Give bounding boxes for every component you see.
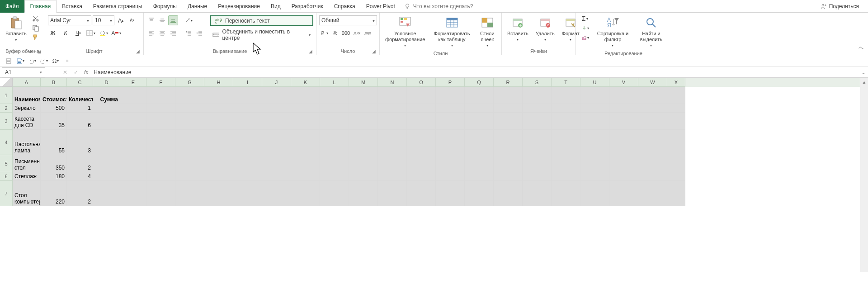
cell[interactable]: 4 (67, 172, 93, 181)
cell[interactable] (291, 104, 320, 113)
cell[interactable] (262, 181, 291, 206)
cell[interactable] (291, 172, 320, 181)
select-all-button[interactable] (0, 78, 13, 87)
cell[interactable]: 55 (41, 130, 67, 155)
cell[interactable] (667, 104, 685, 113)
cell[interactable] (667, 181, 685, 206)
cell[interactable] (436, 130, 465, 155)
decrease-decimal-button[interactable]: ,00,0 (363, 28, 373, 38)
cell[interactable] (494, 181, 523, 206)
row-header[interactable]: 2 (0, 104, 13, 113)
cell[interactable]: Наименование (13, 87, 41, 104)
cell[interactable] (378, 172, 407, 181)
cell[interactable] (465, 130, 494, 155)
cell[interactable] (378, 181, 407, 206)
increase-font-button[interactable]: A▴ (116, 15, 126, 25)
cell[interactable] (120, 130, 146, 155)
cell[interactable] (204, 87, 233, 104)
cell[interactable] (120, 113, 146, 130)
tab-главная[interactable]: Главная (24, 0, 57, 13)
cell[interactable] (146, 130, 175, 155)
cell[interactable] (436, 172, 465, 181)
formula-input[interactable]: Наименование (91, 69, 859, 76)
cell[interactable] (523, 181, 552, 206)
comma-button[interactable]: 000 (341, 28, 351, 38)
cells-area[interactable]: НаименованиеСтоимостьКоличествоСуммаЗерк… (13, 87, 860, 206)
tab-разметка страницы[interactable]: Разметка страницы (88, 0, 148, 13)
cell[interactable] (120, 172, 146, 181)
tab-разработчик[interactable]: Разработчик (286, 0, 329, 13)
cell[interactable] (349, 130, 378, 155)
cell[interactable] (175, 130, 204, 155)
cell[interactable] (175, 104, 204, 113)
cell[interactable] (580, 113, 609, 130)
column-header[interactable]: G (175, 78, 204, 87)
cell[interactable] (465, 172, 494, 181)
cell[interactable] (320, 113, 349, 130)
qat-button-1[interactable] (5, 57, 13, 65)
format-as-table-button[interactable]: Форматировать как таблицу▾ (429, 14, 474, 50)
cell[interactable] (465, 155, 494, 172)
column-header[interactable]: P (436, 78, 465, 87)
conditional-formatting-button[interactable]: Условное форматирование▾ (382, 14, 428, 50)
column-header[interactable]: V (609, 78, 638, 87)
cell[interactable] (204, 181, 233, 206)
cell[interactable] (233, 155, 262, 172)
column-header[interactable]: K (291, 78, 320, 87)
sort-filter-button[interactable]: АЯ Сортировка и фильтр▾ (593, 14, 632, 50)
merge-center-button[interactable]: Объединить и поместить в центре ▾ (210, 30, 313, 40)
align-middle-button[interactable] (157, 15, 167, 25)
delete-cells-button[interactable]: Удалить▾ (533, 14, 557, 44)
cell[interactable] (436, 113, 465, 130)
align-center-button[interactable] (157, 28, 167, 38)
cell[interactable] (609, 104, 638, 113)
save-button[interactable]: ▾ (16, 57, 24, 65)
underline-button[interactable]: Ч ▾ (73, 28, 83, 38)
align-top-button[interactable] (146, 15, 156, 25)
cell[interactable] (436, 104, 465, 113)
cell[interactable] (93, 155, 120, 172)
cell[interactable] (436, 87, 465, 104)
align-right-button[interactable] (168, 28, 178, 38)
column-header[interactable]: X (667, 78, 685, 87)
enter-button[interactable]: ✓ (71, 69, 81, 76)
cell[interactable] (93, 130, 120, 155)
cell[interactable] (291, 130, 320, 155)
cell[interactable] (349, 113, 378, 130)
row-header[interactable]: 4 (0, 130, 13, 155)
tab-power pivot[interactable]: Power Pivot (361, 0, 401, 13)
bold-button[interactable]: Ж (48, 28, 58, 38)
cell[interactable]: Письменный стол (13, 155, 41, 172)
column-header[interactable]: T (552, 78, 580, 87)
cell[interactable] (436, 181, 465, 206)
cell[interactable] (638, 155, 667, 172)
cell[interactable] (349, 155, 378, 172)
cell[interactable] (146, 181, 175, 206)
dialog-launcher-icon[interactable]: ◢ (309, 49, 312, 54)
tab-данные[interactable]: Данные (182, 0, 212, 13)
qat-customize-button[interactable]: ≡ (63, 57, 71, 65)
cell[interactable] (552, 172, 580, 181)
cell[interactable] (233, 181, 262, 206)
row-header[interactable]: 1 (0, 87, 13, 104)
cell[interactable]: 500 (41, 104, 67, 113)
cell[interactable] (233, 113, 262, 130)
decrease-indent-button[interactable] (184, 28, 193, 38)
orientation-button[interactable]: ▾ (184, 15, 193, 25)
cell[interactable] (320, 130, 349, 155)
wrap-text-button[interactable]: abc Переносить текст (210, 15, 313, 26)
cell[interactable] (580, 172, 609, 181)
cell[interactable] (407, 130, 436, 155)
cell[interactable] (93, 181, 120, 206)
column-header[interactable]: M (349, 78, 378, 87)
cell[interactable]: Кассета для CD (13, 113, 41, 130)
cell[interactable] (204, 113, 233, 130)
cell[interactable] (175, 113, 204, 130)
cell[interactable] (667, 172, 685, 181)
column-header[interactable]: B (41, 78, 67, 87)
cell[interactable] (523, 130, 552, 155)
cell[interactable] (349, 181, 378, 206)
column-header[interactable]: S (523, 78, 552, 87)
cell[interactable] (407, 172, 436, 181)
find-select-button[interactable]: Найти и выделить▾ (634, 14, 668, 50)
